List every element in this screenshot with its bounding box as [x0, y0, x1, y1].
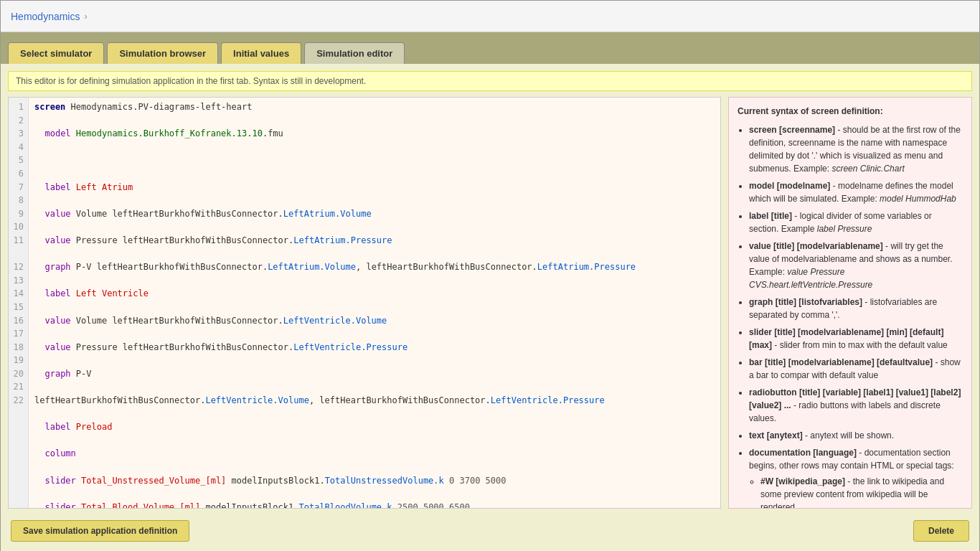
- info-bar: This editor is for defining simulation a…: [8, 71, 972, 91]
- app-title[interactable]: Hemodynamics: [11, 11, 80, 22]
- help-item-model: model [modelname] - modelname defines th…: [749, 179, 963, 205]
- save-button[interactable]: Save simulation application definition: [11, 520, 189, 542]
- help-title: Current syntax of screen definition:: [738, 105, 963, 118]
- main-content: This editor is for defining simulation a…: [1, 64, 979, 551]
- help-item-value: value [title] [modelvariablename] - will…: [749, 240, 963, 291]
- help-item-screen: screen [screenname] - should be at the f…: [749, 123, 963, 175]
- help-list: screen [screenname] - should be at the f…: [738, 123, 963, 509]
- breadcrumb-arrow: ›: [84, 11, 87, 22]
- tab-simulation-browser[interactable]: Simulation browser: [107, 42, 218, 64]
- tab-initial-values[interactable]: Initial values: [221, 42, 301, 64]
- tabs-bar: Select simulator Simulation browser Init…: [1, 32, 979, 64]
- help-item-slider: slider [title] [modelvariablename] [min]…: [749, 326, 963, 352]
- help-item-radiobutton: radiobutton [title] [variable] [label1] …: [749, 386, 963, 425]
- tab-simulation-editor[interactable]: Simulation editor: [304, 42, 405, 64]
- code-editor[interactable]: 1 2 3 4 5 6 7 8 9 10 11 12 13 14 15 16: [8, 97, 721, 509]
- help-item-label: label [title] - logical divider of some …: [749, 209, 963, 235]
- editor-area: 1 2 3 4 5 6 7 8 9 10 11 12 13 14 15 16: [8, 97, 972, 509]
- help-item-documentation: documentation [language] - documentation…: [749, 446, 963, 509]
- delete-button[interactable]: Delete: [913, 520, 969, 542]
- help-panel: Current syntax of screen definition: scr…: [728, 97, 972, 509]
- help-item-text: text [anytext] - anytext will be shown.: [749, 429, 963, 442]
- tab-select-simulator[interactable]: Select simulator: [8, 42, 104, 64]
- help-subitem-wikipedia: #W [wikipedia_page] - the link to wikipe…: [760, 475, 963, 509]
- bottom-bar: Save simulation application definition D…: [8, 514, 972, 545]
- code-text[interactable]: screen Hemodynamics.PV-diagrams-left-hea…: [29, 98, 720, 508]
- line-numbers: 1 2 3 4 5 6 7 8 9 10 11 12 13 14 15 16: [9, 98, 29, 508]
- help-item-graph: graph [title] [listofvariables] - listof…: [749, 296, 963, 321]
- help-item-bar: bar [title] [modelvariablename] [default…: [749, 356, 963, 382]
